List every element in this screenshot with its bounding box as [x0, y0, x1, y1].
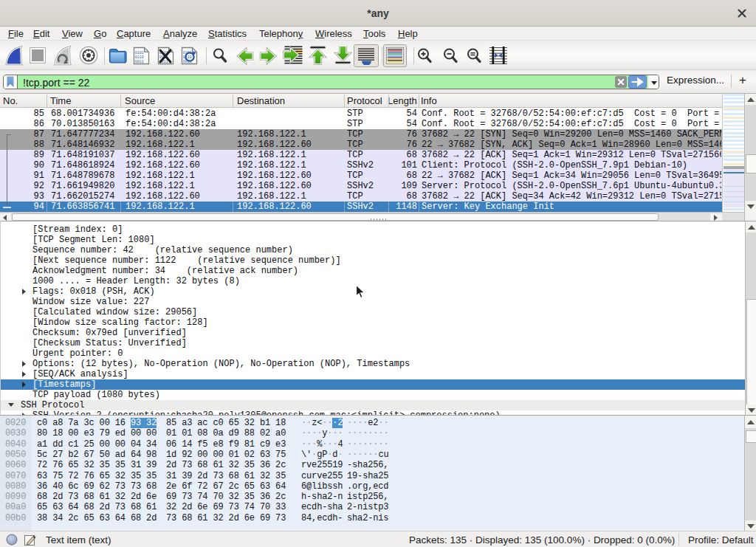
svg-text:0011: 0011 — [135, 60, 144, 64]
